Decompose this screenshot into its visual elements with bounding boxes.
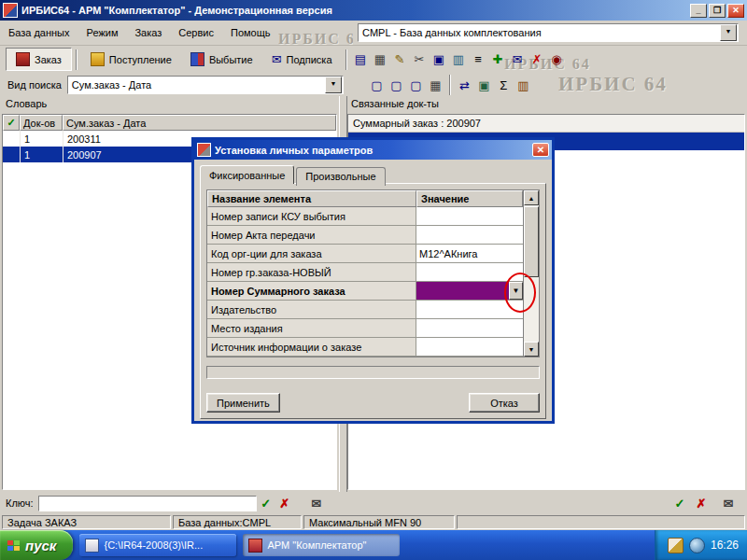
confirm-icon[interactable]: ✓ bbox=[257, 495, 275, 511]
close-button[interactable]: ✕ bbox=[727, 4, 744, 18]
param-row[interactable]: Издательство bbox=[207, 301, 539, 319]
param-value[interactable] bbox=[416, 338, 523, 357]
start-button[interactable]: пуск bbox=[0, 530, 73, 560]
check-icon[interactable]: ✓ bbox=[3, 115, 20, 131]
dictionary-header: ✓ Док-ов Сум.заказ - Дата bbox=[3, 115, 336, 131]
param-value[interactable] bbox=[416, 319, 523, 338]
chevron-down-icon[interactable]: ▼ bbox=[325, 77, 342, 93]
tab-subscription[interactable]: ✉ Подписка bbox=[262, 49, 342, 70]
tray-app-icon[interactable] bbox=[689, 538, 705, 553]
param-value[interactable] bbox=[416, 207, 523, 226]
key-input[interactable] bbox=[38, 496, 257, 511]
linked-actions: ✓ ✗ ✉ bbox=[670, 495, 738, 511]
personal-params-dialog: Установка личных параметров ✕ Фиксирован… bbox=[191, 137, 555, 424]
list-icon[interactable]: ≡ bbox=[469, 49, 488, 69]
menu-mode[interactable]: Режим bbox=[78, 23, 127, 42]
subscription-tab-icon: ✉ bbox=[272, 53, 282, 65]
param-row[interactable]: Номер Акта передачи bbox=[207, 226, 539, 245]
menu-database[interactable]: База данных bbox=[0, 23, 78, 42]
menu-order[interactable]: Заказ bbox=[126, 23, 170, 42]
edit-icon[interactable]: ✎ bbox=[390, 49, 410, 69]
application-window: ИРБИС 64 ИРБИС 64 ИРБИС 64 ИРБИС64 - АРМ… bbox=[0, 0, 747, 560]
new-doc-icon[interactable]: ▢ bbox=[367, 76, 387, 95]
params-table: Название элемента Значение Номер записи … bbox=[206, 189, 540, 357]
paste-icon[interactable]: ▥ bbox=[449, 49, 469, 69]
param-name: Номер Суммарного заказа bbox=[207, 282, 416, 301]
image-icon[interactable]: ▣ bbox=[474, 76, 494, 95]
system-tray: 16:26 bbox=[655, 530, 747, 560]
param-row[interactable]: Код орг-ции для заказа M12^AКнига bbox=[207, 245, 539, 263]
tab-order[interactable]: Заказ bbox=[6, 48, 72, 71]
tray-language-icon[interactable] bbox=[668, 538, 684, 553]
menu-help[interactable]: Помощь bbox=[222, 23, 279, 42]
param-value[interactable] bbox=[416, 301, 523, 319]
delete-record-icon[interactable]: ✗ bbox=[528, 49, 547, 69]
minimize-button[interactable]: _ bbox=[690, 4, 707, 18]
copy-icon[interactable]: ▣ bbox=[430, 49, 449, 69]
scroll-up-icon[interactable]: ▲ bbox=[524, 190, 539, 205]
key-bar: Ключ: ✓ ✗ ✉ ✓ ✗ ✉ bbox=[0, 492, 747, 514]
toolbar-separator bbox=[449, 75, 451, 95]
sum-icon[interactable]: Σ bbox=[494, 76, 514, 95]
print-icon[interactable]: ▦ bbox=[371, 49, 390, 69]
tab-departure[interactable]: Выбытие bbox=[181, 49, 262, 70]
open-doc-icon[interactable]: ▢ bbox=[387, 76, 406, 95]
main-toolbar: Заказ Поступление Выбытие ✉ Подписка ▤ ▦… bbox=[0, 45, 747, 74]
taskbar-task-folder[interactable]: {C:\IR64-2008(3)\IR... bbox=[79, 534, 236, 556]
tab-arrival[interactable]: Поступление bbox=[81, 49, 181, 70]
arrival-tab-icon bbox=[91, 52, 105, 66]
cancel-button[interactable]: Отказ bbox=[469, 393, 540, 413]
status-empty bbox=[457, 515, 745, 529]
tab-arbitrary[interactable]: Произвольные bbox=[296, 167, 385, 186]
param-value[interactable] bbox=[416, 263, 523, 282]
param-value[interactable]: ▼ bbox=[416, 282, 523, 301]
cancel-icon[interactable]: ✗ bbox=[692, 495, 711, 511]
cut-icon[interactable]: ✂ bbox=[410, 49, 430, 69]
dialog-close-button[interactable]: ✕ bbox=[532, 143, 549, 157]
scrollbar-thumb[interactable] bbox=[524, 206, 539, 277]
worksheet-icon[interactable]: ▤ bbox=[351, 49, 371, 69]
param-row-selected[interactable]: Номер Суммарного заказа ▼ bbox=[207, 282, 539, 301]
param-name: Место издания bbox=[207, 319, 416, 338]
envelope-icon[interactable]: ✉ bbox=[307, 495, 326, 511]
toolbar-separator bbox=[76, 49, 78, 70]
tab-fixed[interactable]: Фиксированные bbox=[200, 165, 294, 184]
value-dropdown-button[interactable]: ▼ bbox=[509, 282, 523, 300]
search-toolbar: Вид поиска Сум.заказ - Дата ▼ ▢ ▢ ▢ ▦ ⇄ … bbox=[0, 74, 747, 96]
param-row[interactable]: Номер гр.заказа-НОВЫЙ bbox=[207, 263, 539, 282]
app-icon[interactable] bbox=[3, 3, 18, 18]
add-record-icon[interactable]: ✚ bbox=[488, 49, 508, 69]
tab-departure-label: Выбытие bbox=[209, 54, 253, 65]
linked-docs-title: Связанные док-ты bbox=[345, 96, 747, 114]
maximize-button[interactable]: ❒ bbox=[709, 4, 726, 18]
param-row[interactable]: Место издания bbox=[207, 319, 539, 338]
mail-icon[interactable]: ✉ bbox=[508, 49, 528, 69]
envelope-icon[interactable]: ✉ bbox=[719, 495, 738, 511]
param-name: Издательство bbox=[207, 301, 416, 319]
param-value[interactable]: M12^AКнига bbox=[416, 245, 523, 263]
param-row[interactable]: Номер записи КСУ выбытия bbox=[207, 207, 539, 226]
stats-icon[interactable]: ▥ bbox=[514, 76, 533, 95]
chevron-down-icon[interactable]: ▼ bbox=[720, 24, 737, 41]
print-doc-icon[interactable]: ▦ bbox=[426, 76, 445, 95]
cancel-icon[interactable]: ✗ bbox=[275, 495, 294, 511]
param-row[interactable]: Источник информации о заказе bbox=[207, 338, 539, 357]
exit-icon[interactable]: ◉ bbox=[547, 49, 567, 69]
move-record-icon[interactable]: ⇄ bbox=[455, 76, 474, 95]
save-doc-icon[interactable]: ▢ bbox=[406, 76, 426, 95]
param-value[interactable] bbox=[416, 226, 523, 245]
param-name: Источник информации о заказе bbox=[207, 338, 416, 357]
tab-arrival-label: Поступление bbox=[109, 54, 172, 65]
search-kind-combobox[interactable]: Сум.заказ - Дата ▼ bbox=[67, 76, 344, 94]
dictionary-col-docs[interactable]: Док-ов bbox=[20, 115, 63, 131]
task-label: {C:\IR64-2008(3)\IR... bbox=[104, 539, 203, 551]
menu-service[interactable]: Сервис bbox=[170, 23, 222, 42]
window-title: ИРБИС64 - АРМ "Комплектатор" - Демонстра… bbox=[21, 5, 688, 16]
folder-task-icon bbox=[85, 539, 99, 553]
dictionary-col-term[interactable]: Сум.заказ - Дата bbox=[63, 115, 336, 131]
taskbar-task-complektator[interactable]: АРМ "Комплектатор" bbox=[243, 534, 400, 556]
scroll-down-icon[interactable]: ▼ bbox=[524, 342, 539, 357]
apply-button[interactable]: Применить bbox=[206, 393, 280, 413]
confirm-icon[interactable]: ✓ bbox=[670, 495, 689, 511]
database-combobox[interactable]: CMPL - База данных комплектования ▼ bbox=[358, 23, 739, 42]
